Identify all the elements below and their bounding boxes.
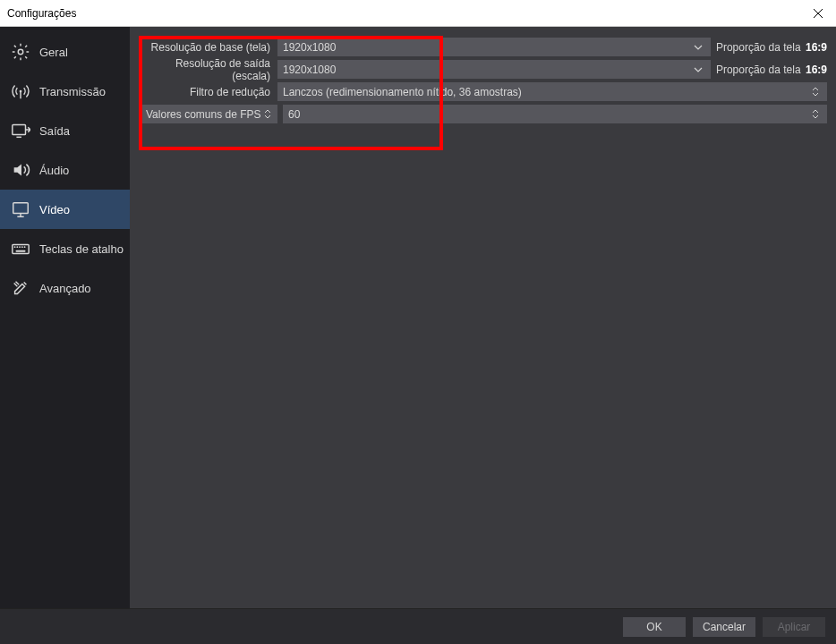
sidebar-item-label: Teclas de atalho [39,242,124,256]
ok-button[interactable]: OK [623,617,686,637]
sidebar-item-label: Vídeo [39,203,70,216]
output-icon [9,119,32,142]
dialog-footer: OK Cancelar Aplicar [0,608,836,644]
speaker-icon [9,158,32,182]
sidebar-item-label: Transmissão [39,85,106,98]
sidebar-item-video[interactable]: Vídeo [0,190,130,229]
sidebar-item-label: Áudio [39,164,69,177]
window-title: Configurações [7,7,800,20]
fps-type-combo[interactable]: Valores comuns de FPS [139,105,277,123]
fps-value-combo[interactable]: 60 [283,105,827,123]
tools-icon [9,276,32,300]
gear-icon [9,40,32,64]
svg-rect-7 [13,203,29,214]
sidebar-item-output[interactable]: Saída [0,111,130,150]
output-resolution-label: Resolução de saída (escala) [139,57,277,82]
close-icon [814,9,823,18]
output-resolution-combo[interactable]: 1920x1080 [277,60,711,79]
svg-rect-5 [13,125,26,135]
svg-point-2 [18,49,23,55]
title-bar: Configurações [0,0,836,27]
base-resolution-label: Resolução de base (tela) [139,41,277,54]
downscale-filter-combo[interactable]: Lanczos (redimensionamento nítido, 36 am… [277,82,827,101]
apply-button: Aplicar [763,617,825,637]
updown-icon [809,109,822,119]
downscale-filter-label: Filtro de redução [139,86,277,98]
updown-icon [809,87,822,97]
fps-type-value: Valores comuns de FPS [146,108,261,121]
antenna-icon [9,80,32,103]
content-area: Resolução de base (tela) 1920x1080 Propo… [130,27,836,608]
close-button[interactable] [800,0,836,27]
output-aspect-label: Proporção da tela 16:9 [716,64,827,76]
fps-value: 60 [288,108,809,121]
chevron-down-icon [691,45,705,50]
base-resolution-value: 1920x1080 [283,41,691,54]
cancel-button[interactable]: Cancelar [693,617,755,637]
updown-icon [261,109,274,119]
sidebar-item-hotkeys[interactable]: Teclas de atalho [0,229,130,268]
sidebar-item-general[interactable]: Geral [0,32,130,72]
sidebar: Geral Transmissão Saída Áudio Vídeo [0,27,130,608]
base-aspect-label: Proporção da tela 16:9 [716,41,827,54]
sidebar-item-label: Geral [39,46,68,59]
chevron-down-icon [691,67,705,72]
sidebar-item-label: Saída [39,124,70,138]
sidebar-item-stream[interactable]: Transmissão [0,72,130,111]
monitor-icon [9,198,32,221]
downscale-filter-value: Lanczos (redimensionamento nítido, 36 am… [283,86,809,98]
sidebar-item-audio[interactable]: Áudio [0,150,130,190]
base-resolution-combo[interactable]: 1920x1080 [277,38,711,56]
sidebar-item-label: Avançado [39,282,91,295]
output-resolution-value: 1920x1080 [283,64,691,76]
svg-rect-10 [13,244,29,253]
keyboard-icon [9,237,32,260]
sidebar-item-advanced[interactable]: Avançado [0,268,130,308]
